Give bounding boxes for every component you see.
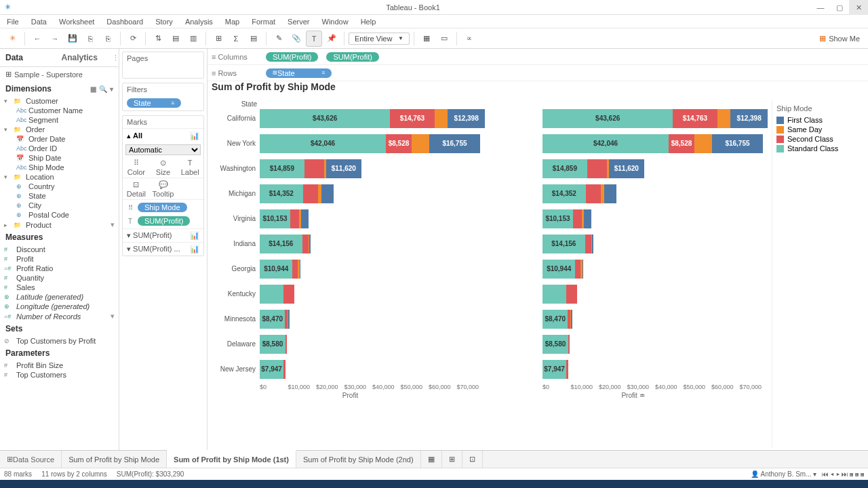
pin-button[interactable]: 📌 — [323, 30, 340, 47]
swap-button[interactable]: ⇅ — [150, 30, 166, 47]
label-button[interactable]: TLabel — [176, 157, 203, 178]
row-pill-state[interactable]: ⊞ State≡ — [266, 68, 332, 78]
menu-file[interactable]: File — [3, 18, 23, 26]
bar-row[interactable]: $8,470 — [498, 308, 768, 329]
menu-map[interactable]: Map — [221, 18, 243, 26]
mark-type-select[interactable]: Automatic — [125, 144, 201, 155]
menu-window[interactable]: Window — [318, 18, 353, 26]
bar-row[interactable]: $8,580 — [498, 333, 768, 354]
fit-dropdown[interactable]: Entire View▼ — [349, 33, 410, 45]
nav-icons[interactable]: ⏮ ◀ ▶ ⏭ ▦ ▦ ▦ — [822, 470, 864, 478]
tab-sheet-2[interactable]: Sum of Profit by Ship Mode (1st) — [167, 450, 296, 468]
field-longitude[interactable]: ⊕Longitude (generated) — [3, 302, 116, 311]
legend-item[interactable]: Standard Class — [776, 144, 856, 153]
tooltip-button[interactable]: 💬Tooltip — [150, 178, 177, 199]
bar-row[interactable]: Washington$14,859$11,620 — [216, 158, 485, 179]
size-button[interactable]: ⊙Size — [150, 157, 177, 178]
field-order-id[interactable]: AbcOrder ID — [15, 144, 116, 153]
share-button[interactable]: ∝ — [461, 30, 477, 47]
new-sheet-button[interactable]: ⎘ — [100, 30, 116, 47]
param-profit-bin[interactable]: #Profit Bin Size — [3, 361, 116, 370]
legend-item[interactable]: Second Class — [776, 134, 856, 144]
menu-server[interactable]: Server — [283, 18, 313, 26]
set-top-customers[interactable]: ⊘Top Customers by Profit — [3, 336, 116, 346]
param-top-customers[interactable]: #Top Customers — [3, 370, 116, 380]
bar-row[interactable]: $14,352 — [498, 183, 768, 204]
bar-row[interactable]: Kentucky — [216, 283, 485, 304]
bar-row[interactable]: New York$42,046$8,528$16,755 — [216, 133, 485, 154]
menu-icon[interactable]: ▾ — [110, 85, 113, 93]
bar-row[interactable]: $10,153 — [498, 208, 768, 229]
columns-shelf[interactable]: ≡Columns SUM(Profit) SUM(Profit) — [208, 49, 868, 65]
group-button[interactable]: ⊞ — [210, 30, 226, 47]
field-sales[interactable]: #Sales — [3, 283, 116, 292]
bar-row[interactable]: Georgia$10,944 — [216, 258, 485, 279]
legend-item[interactable]: First Class — [776, 115, 856, 125]
field-num-records[interactable]: =#Number of Records▾ — [3, 311, 116, 321]
bar-row[interactable]: $43,626$14,763$12,398 — [498, 108, 768, 129]
menu-help[interactable]: Help — [357, 18, 380, 26]
folder-product[interactable]: ▸📁Product▾ — [3, 220, 116, 230]
field-customer-name[interactable]: AbcCustomer Name — [15, 106, 116, 115]
pane-menu-icon[interactable]: ⋮ — [112, 54, 119, 62]
save-button[interactable]: 💾 — [64, 30, 81, 47]
field-segment[interactable]: AbcSegment — [15, 115, 116, 125]
show-me-button[interactable]: ▦Show Me — [819, 34, 864, 43]
bar-row[interactable]: $14,156 — [498, 233, 768, 254]
new-story-button[interactable]: ⊡ — [462, 451, 483, 468]
col-pill-1[interactable]: SUM(Profit) — [266, 52, 318, 62]
bar-row[interactable]: $42,046$8,528$16,755 — [498, 133, 768, 154]
color-button[interactable]: ⠿Color — [123, 157, 150, 178]
view-icon[interactable]: ▦ — [90, 85, 96, 93]
folder-location[interactable]: ▾📁Location — [3, 172, 116, 182]
close-button[interactable]: ✕ — [849, 0, 868, 15]
highlight-button[interactable]: ✎ — [271, 30, 287, 47]
bar-row[interactable]: Minnesota$8,470 — [216, 308, 485, 329]
user-dropdown[interactable]: 👤 Anthony B. Sm... ▾ — [751, 470, 816, 478]
field-quantity[interactable]: #Quantity — [3, 273, 116, 283]
sort-desc-button[interactable]: ▥ — [185, 30, 201, 47]
detail-button[interactable]: ⊡Detail — [123, 178, 150, 199]
forward-button[interactable]: → — [47, 30, 63, 47]
clip-button[interactable]: 📎 — [288, 30, 304, 47]
bar-row[interactable]: New Jersey$7,947 — [216, 359, 485, 380]
pages-card[interactable]: Pages — [122, 52, 204, 79]
menu-data[interactable]: Data — [27, 18, 51, 26]
tab-data[interactable]: Data — [0, 49, 56, 66]
bar-row[interactable]: $14,859$11,620 — [498, 158, 768, 179]
tab-sheet-1[interactable]: Sum of Profit by Ship Mode — [62, 451, 167, 468]
pill-sum-profit[interactable]: SUM(Profit) — [138, 216, 190, 226]
totals-button[interactable]: Σ — [228, 30, 244, 47]
new-worksheet-button[interactable]: ▦ — [421, 451, 442, 468]
new-datasource-button[interactable]: ⎘ — [82, 30, 98, 47]
pill-ship-mode[interactable]: Ship Mode — [138, 203, 187, 212]
filters-card[interactable]: Filters State≡ — [122, 83, 204, 111]
field-country[interactable]: ⊕Country — [15, 182, 116, 191]
rows-shelf[interactable]: ≡Rows ⊞ State≡ — [208, 65, 868, 81]
field-discount[interactable]: #Discount — [3, 245, 116, 254]
windows-taskbar[interactable] — [0, 480, 868, 488]
cards-button[interactable]: ▦ — [418, 30, 435, 47]
back-button[interactable]: ← — [29, 30, 45, 47]
marks-sum1[interactable]: ▾ SUM(Profit)📊 — [123, 228, 203, 242]
bar-row[interactable]: $10,944 — [498, 258, 768, 279]
bar-row[interactable]: $7,947 — [498, 359, 768, 380]
field-ship-date[interactable]: 📅Ship Date — [15, 153, 116, 163]
chart-title[interactable]: Sum of Profit by Ship Mode — [208, 81, 868, 95]
refresh-button[interactable]: ⟳ — [125, 30, 141, 47]
field-profit[interactable]: #Profit — [3, 254, 116, 264]
tableau-icon[interactable]: ✳ — [4, 30, 20, 47]
filter-pill-state[interactable]: State≡ — [127, 98, 181, 108]
bar-row[interactable] — [498, 283, 768, 304]
minimize-button[interactable]: — — [811, 0, 830, 15]
menu-dashboard[interactable]: Dashboard — [102, 18, 147, 26]
abc-button[interactable]: ▤ — [245, 30, 262, 47]
new-dashboard-button[interactable]: ⊞ — [442, 451, 462, 468]
field-profit-ratio[interactable]: =#Profit Ratio — [3, 264, 116, 273]
menu-worksheet[interactable]: Worksheet — [55, 18, 98, 26]
field-order-date[interactable]: 📅Order Date — [15, 134, 116, 144]
folder-customer[interactable]: ▾📁Customer — [3, 96, 116, 106]
folder-order[interactable]: ▾📁Order — [3, 125, 116, 134]
field-ship-mode[interactable]: AbcShip Mode — [15, 163, 116, 172]
sort-asc-button[interactable]: ▤ — [167, 30, 184, 47]
